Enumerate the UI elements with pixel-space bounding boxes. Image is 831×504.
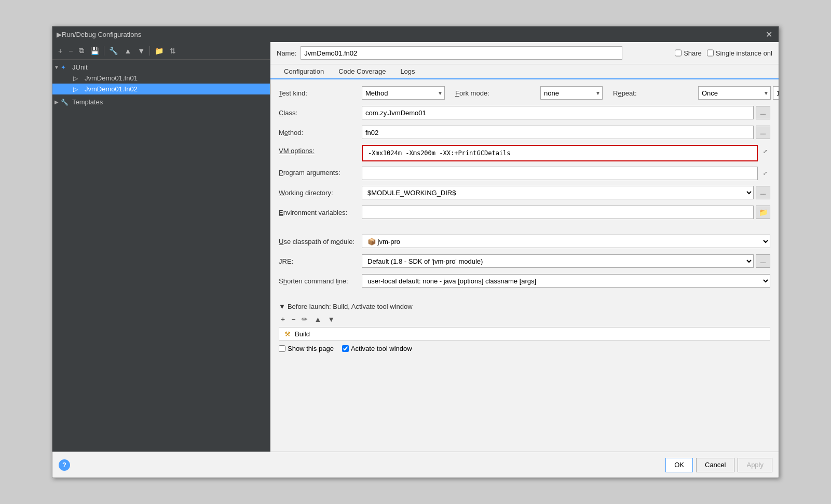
test-kind-select[interactable]: Method Class Package bbox=[362, 86, 445, 100]
method-label: Method: bbox=[279, 129, 362, 137]
right-panel: Name: JvmDemo01.fn02 Share Single instan… bbox=[270, 42, 779, 452]
class-input[interactable]: com.zy.JvmDemo01 bbox=[362, 106, 754, 119]
shorten-row: Shorten command line: user-local default… bbox=[279, 274, 770, 288]
activate-text: Activate tool window bbox=[351, 345, 412, 352]
classpath-select[interactable]: 📦 jvm-pro bbox=[362, 235, 770, 248]
junit-icon: ✦ bbox=[61, 64, 70, 71]
before-launch-add-button[interactable]: + bbox=[279, 315, 287, 324]
share-checkbox-label: Share bbox=[675, 46, 702, 60]
activate-label: Activate tool window bbox=[342, 345, 412, 352]
shorten-select[interactable]: user-local default: none - java [options… bbox=[362, 274, 770, 288]
wrench-button[interactable]: 🔧 bbox=[106, 46, 120, 56]
tab-logs[interactable]: Logs bbox=[393, 64, 422, 79]
prog-args-label: Program arguments: bbox=[279, 167, 362, 176]
expand-icon: ▼ bbox=[52, 64, 61, 70]
tree-item-junit[interactable]: ▼ ✦ JUnit bbox=[52, 62, 270, 73]
add-config-button[interactable]: + bbox=[56, 46, 65, 56]
env-vars-folder-button[interactable]: 📁 bbox=[756, 206, 770, 219]
jre-browse-button[interactable]: … bbox=[756, 254, 770, 268]
shorten-label: Shorten command line: bbox=[279, 277, 362, 285]
tree-item-fn02[interactable]: ▷ JvmDemo01.fn02 bbox=[52, 84, 270, 94]
activate-checkbox[interactable] bbox=[342, 345, 349, 352]
single-instance-checkbox[interactable] bbox=[707, 46, 714, 60]
single-instance-checkbox-label: Single instance onl bbox=[707, 46, 772, 60]
class-browse-button[interactable]: … bbox=[756, 106, 770, 119]
vm-options-input[interactable]: -Xmx1024m -Xms200m -XX:+PrintGCDetails bbox=[365, 147, 755, 159]
cancel-button[interactable]: Cancel bbox=[696, 458, 734, 472]
test-kind-select-wrapper: Method Class Package ▼ bbox=[362, 86, 445, 100]
fork-mode-label: Fork mode: bbox=[455, 89, 538, 97]
folder-button[interactable]: 📁 bbox=[152, 46, 166, 56]
jre-select[interactable]: Default (1.8 - SDK of 'jvm-pro' module) bbox=[362, 254, 754, 268]
method-field: fn02 … bbox=[362, 126, 770, 139]
test-kind-row: Test kind: Method Class Package ▼ Fork m… bbox=[279, 86, 770, 100]
fn02-icon: ▷ bbox=[73, 86, 83, 93]
working-dir-browse-button[interactable]: … bbox=[756, 186, 770, 199]
fork-mode-select[interactable]: none method class bbox=[540, 86, 603, 100]
tab-code-coverage[interactable]: Code Coverage bbox=[331, 64, 393, 79]
class-row: Class: com.zy.JvmDemo01 … bbox=[279, 105, 770, 120]
jre-row: JRE: Default (1.8 - SDK of 'jvm-pro' mod… bbox=[279, 254, 770, 268]
ok-button[interactable]: OK bbox=[665, 458, 693, 472]
share-checkbox[interactable] bbox=[675, 46, 682, 60]
repeat-select-wrapper: Once N times Until failure ▼ bbox=[698, 86, 771, 100]
run-debug-icon: ▶ bbox=[57, 31, 62, 38]
up-button[interactable]: ▲ bbox=[121, 46, 134, 56]
jre-field: Default (1.8 - SDK of 'jvm-pro' module) … bbox=[362, 254, 770, 268]
sort-button[interactable]: ⇅ bbox=[167, 46, 179, 56]
before-launch-remove-button[interactable]: − bbox=[289, 315, 297, 324]
working-dir-field: $MODULE_WORKING_DIR$ … bbox=[362, 186, 770, 199]
tabs-row: Configuration Code Coverage Logs bbox=[270, 64, 779, 79]
before-launch-header: ▼ Before launch: Build, Activate tool wi… bbox=[279, 303, 770, 310]
jre-label: JRE: bbox=[279, 257, 362, 265]
show-page-checkbox[interactable] bbox=[279, 345, 285, 352]
help-button[interactable]: ? bbox=[59, 459, 70, 471]
prog-args-expand-button[interactable]: ⤢ bbox=[760, 168, 770, 178]
test-kind-field: Method Class Package ▼ Fork mode: none m… bbox=[362, 86, 779, 100]
prog-args-input[interactable] bbox=[362, 167, 758, 180]
vm-options-expand-button[interactable]: ⤢ bbox=[760, 146, 770, 156]
close-button[interactable]: ✕ bbox=[764, 30, 774, 39]
templates-label: Templates bbox=[72, 98, 103, 106]
fn01-label: JvmDemo01.fn01 bbox=[85, 74, 138, 82]
show-page-text: Show this page bbox=[288, 345, 334, 352]
bottom-options: Show this page Activate tool window bbox=[279, 345, 770, 352]
before-launch-toolbar: + − ✏ ▲ ▼ bbox=[279, 315, 770, 324]
before-launch-down-button[interactable]: ▼ bbox=[325, 315, 337, 324]
name-input[interactable]: JvmDemo01.fn02 bbox=[301, 46, 622, 60]
right-options: Share Single instance onl bbox=[675, 46, 772, 60]
left-panel: + − ⧉ 💾 🔧 ▲ ▼ 📁 ⇅ ▼ ✦ JUnit bbox=[52, 42, 270, 452]
remove-config-button[interactable]: − bbox=[66, 46, 75, 56]
fn01-icon: ▷ bbox=[73, 75, 83, 82]
apply-button[interactable]: Apply bbox=[738, 458, 772, 472]
repeat-count-input[interactable]: 1 bbox=[773, 86, 779, 100]
templates-icon: 🔧 bbox=[61, 99, 70, 106]
tab-configuration[interactable]: Configuration bbox=[277, 64, 331, 79]
before-launch-label: Before launch: Build, Activate tool wind… bbox=[288, 303, 413, 310]
repeat-select[interactable]: Once N times Until failure bbox=[698, 86, 771, 100]
name-label: Name: bbox=[277, 49, 296, 57]
tree-item-templates[interactable]: ▶ 🔧 Templates bbox=[52, 97, 270, 107]
save-config-button[interactable]: 💾 bbox=[88, 46, 102, 56]
method-browse-button[interactable]: … bbox=[756, 126, 770, 139]
prog-args-field: ⤢ bbox=[362, 167, 770, 180]
show-page-label: Show this page bbox=[279, 345, 334, 352]
method-input[interactable]: fn02 bbox=[362, 126, 754, 139]
name-row: Name: JvmDemo01.fn02 Share Single instan… bbox=[270, 42, 779, 64]
spacer-icon2 bbox=[65, 86, 73, 92]
before-launch-up-button[interactable]: ▲ bbox=[312, 315, 323, 324]
before-launch-collapse-icon[interactable]: ▼ bbox=[279, 303, 285, 310]
env-vars-input[interactable] bbox=[362, 206, 754, 219]
vm-input-wrapper: -Xmx1024m -Xms200m -XX:+PrintGCDetails bbox=[362, 145, 758, 161]
before-launch-edit-button[interactable]: ✏ bbox=[299, 315, 310, 324]
tree-item-fn01[interactable]: ▷ JvmDemo01.fn01 bbox=[52, 73, 270, 84]
vm-options-field: -Xmx1024m -Xms200m -XX:+PrintGCDetails ⤢ bbox=[362, 145, 770, 161]
classpath-row: Use classpath of module: 📦 jvm-pro bbox=[279, 234, 770, 249]
down-button[interactable]: ▼ bbox=[135, 46, 147, 56]
main-content: + − ⧉ 💾 🔧 ▲ ▼ 📁 ⇅ ▼ ✦ JUnit bbox=[52, 42, 779, 452]
copy-config-button[interactable]: ⧉ bbox=[76, 45, 87, 56]
working-dir-select[interactable]: $MODULE_WORKING_DIR$ bbox=[362, 186, 754, 199]
fn02-label: JvmDemo01.fn02 bbox=[85, 85, 138, 93]
bottom-bar: ? OK Cancel Apply bbox=[52, 452, 779, 478]
share-label: Share bbox=[684, 49, 702, 57]
